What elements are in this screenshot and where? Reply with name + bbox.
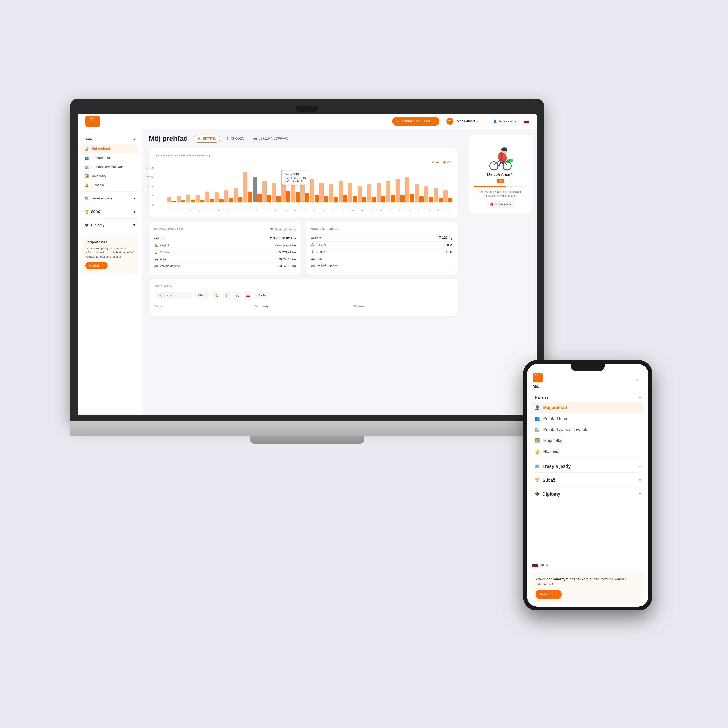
- bar-co2: [277, 196, 281, 202]
- laptop-notch: [296, 106, 318, 112]
- filter-bus-btn[interactable]: 🚌: [233, 292, 242, 299]
- tab-verejna-doprava[interactable]: 🚌 VEREJNÁ DOPRAVA: [249, 135, 292, 142]
- bar-co2: [238, 197, 242, 202]
- bar-co2: [372, 197, 376, 202]
- phone-sutaz-title[interactable]: 🏆 Súťaž ▾: [532, 474, 644, 485]
- walk-icon: 🚶: [154, 251, 158, 254]
- search-box[interactable]: 🔍 Hľadať: [154, 292, 193, 299]
- individual-selector[interactable]: 👤 Jednotlivec ▾: [490, 118, 520, 125]
- phone-support-button[interactable]: Podporiť ♡: [535, 590, 561, 599]
- bar-co2: [381, 196, 385, 202]
- bar-co2: [343, 195, 347, 202]
- user-avatar: TA: [447, 118, 453, 125]
- phone-item-moje-fotky[interactable]: 🖼️ Moje fotky: [532, 435, 644, 446]
- sidebar-trasy-title[interactable]: 🗺️ Trasy a jazdy ▾: [81, 194, 138, 203]
- bar-group: [434, 188, 442, 202]
- bar-km: [386, 181, 390, 202]
- walk-icon: 🚶: [311, 250, 315, 254]
- bus-icon: 🚌: [311, 263, 315, 267]
- phone-suhrn-title[interactable]: Súhrn ▾: [532, 392, 644, 402]
- filter-walk-btn[interactable]: 🚶: [223, 292, 231, 299]
- reward-button[interactable]: 🎁 Moja odmena: [486, 201, 515, 208]
- level-progress-fill: [474, 186, 506, 187]
- sidebar-sutaz-title[interactable]: 🏆 Súťaž ▾: [81, 207, 138, 217]
- sidebar-section-diplomy: 🎓 Diplomy ▾: [81, 220, 138, 230]
- bar-co2: [286, 191, 290, 202]
- tab-chodza[interactable]: 🚶 CHÔDZA: [222, 135, 248, 142]
- sidebar-diplomy-title[interactable]: 🎓 Diplomy ▾: [81, 220, 138, 230]
- person-icon: 👤: [493, 119, 497, 123]
- chevron-down-icon: ▾: [546, 563, 548, 567]
- bar-km: [377, 183, 381, 203]
- sidebar-item-moje-fotky[interactable]: 🖼️ Moje fotky: [81, 172, 138, 180]
- bar-co2: [353, 196, 357, 202]
- sidebar-suhrn-title[interactable]: Súhrn ▾: [81, 135, 138, 144]
- jazdy-link[interactable]: 🚴 Jazdy: [284, 228, 296, 231]
- bar-co2: [171, 201, 176, 203]
- bar-co2: [324, 196, 328, 202]
- bar-km: [358, 187, 362, 203]
- user-name-label: Tomáš Albert: [455, 119, 475, 123]
- rides-card: MOJE JAZDY 🔍 Hľadať Všetko 🚴 🚶 🚌: [149, 279, 458, 316]
- support-button[interactable]: Podporiť ♡: [85, 262, 108, 269]
- bar-km: [196, 195, 200, 202]
- sidebar-item-hlasenia[interactable]: 🔔 Hlásenia: [81, 181, 138, 190]
- stat-co2-auto-row: 🚗 Auto —: [311, 255, 453, 262]
- phone-item-prehlad-timu[interactable]: 👥 Prehľad tímu: [532, 413, 644, 424]
- tab-bar: 🚴 BICYKEL 🚶 CHÔDZA 🚌 VEREJNÁ DOPRAVA: [194, 135, 292, 142]
- bar-co2: [191, 200, 195, 202]
- bar-group: [253, 177, 262, 202]
- bar-group: [396, 179, 404, 203]
- tab-bicykel[interactable]: 🚴 BICYKEL: [194, 135, 220, 142]
- page-header: Môj prehľad 🚴 BICYKEL 🚶 CHÔDZA: [149, 135, 458, 142]
- bar-group: [358, 187, 366, 203]
- chevron-icon: ▾: [133, 210, 135, 214]
- user-menu[interactable]: TA Tomáš Albert ▾: [443, 116, 482, 127]
- phone-item-moj-prehlad[interactable]: 👤 Môj prehľad: [532, 402, 644, 413]
- chart-wrapper: 100 000 75 000 50 000 25 000 0 Jazdy: [154, 167, 452, 212]
- trasy-link[interactable]: 🗺️ Trasy: [270, 228, 281, 231]
- level-badge: 8/3: [497, 179, 505, 183]
- chevron-icon: ▾: [133, 137, 135, 141]
- bar-co2: [439, 198, 443, 202]
- support-card: Podporte nás Účasť v kampani je bezplatn…: [81, 236, 138, 274]
- phone-trasy-title[interactable]: 🗺️ Trasy a jazdy ▾: [532, 460, 644, 471]
- stat-co2-chodza-row: 🚶 Chôdza 37 kg: [311, 248, 453, 255]
- bar-co2: [200, 200, 204, 202]
- col-datum: Dátum ↕: [154, 305, 252, 308]
- language-flag[interactable]: [524, 119, 529, 123]
- chart-icon: 👤: [535, 405, 540, 410]
- support-text: Účasť v kampani je bezplatná, no vďaka p…: [85, 246, 135, 259]
- phone-support-text: Vďaka dobrovoľným príspevkom od vás môže…: [535, 577, 640, 587]
- stat-km-chodza-row: 🚶 Chôdza 64 777,49 km: [154, 249, 296, 255]
- phone-item-hlasenia[interactable]: 🔔 Hlásenia: [532, 446, 644, 457]
- phone-close-button[interactable]: ✕: [632, 376, 642, 385]
- phone-lang-selector[interactable]: SK ▾: [532, 561, 644, 570]
- add-ride-button[interactable]: 🚴 Pridať novú jazdu +: [392, 117, 439, 126]
- sidebar-item-moj-prehlad[interactable]: 📊 Môj prehľad: [81, 144, 138, 153]
- filter-car-btn[interactable]: 🚗: [244, 292, 252, 299]
- gift-icon: 🎁: [490, 203, 493, 206]
- filter-vsetko1[interactable]: Všetko: [195, 292, 210, 299]
- phone-logo: DO PRÁCE NA 🚴: [533, 373, 543, 382]
- bar-co2: [391, 195, 395, 202]
- search-icon: 🔍: [158, 294, 162, 297]
- phone-item-prehlad-zamestnavatela[interactable]: 🏢 Prehľad zamestnávateľa: [532, 424, 644, 435]
- filter-bike-btn[interactable]: 🚴: [212, 292, 220, 299]
- team-icon: 👥: [535, 416, 540, 421]
- sidebar-section-sutaz: 🏆 Súťaž ▾: [81, 207, 138, 217]
- phone-preview-title: Mô...: [527, 383, 648, 390]
- bar-co2: [229, 198, 233, 202]
- bar-group: [386, 181, 395, 202]
- sidebar-item-prehlad-zamestnavatela[interactable]: 🏢 Prehľad zamestnávateľa: [81, 163, 138, 171]
- phone-nav-section-trasy: 🗺️ Trasy a jazdy ▾: [532, 460, 644, 471]
- phone-diplomy-title[interactable]: 🎓 Diplomy ▾: [532, 488, 644, 499]
- sidebar-item-prehlad-timu[interactable]: 👥 Prehľad tímu: [81, 154, 138, 162]
- chevron-icon: ▾: [133, 196, 135, 200]
- y-axis-labels: 100 000 75 000 50 000 25 000 0: [143, 167, 154, 206]
- chart-title: MOJE NAJAZDENÉ KM A UŠETRENÉ CO₂: [154, 154, 452, 157]
- filter-vsetko2[interactable]: Všetko: [254, 292, 269, 299]
- photo-icon: 🖼️: [84, 174, 89, 178]
- phone-screen: DO PRÁCE NA 🚴 ✕ Mô... Súhrn ▾ 👤: [527, 364, 648, 607]
- bar-co2: [419, 196, 424, 202]
